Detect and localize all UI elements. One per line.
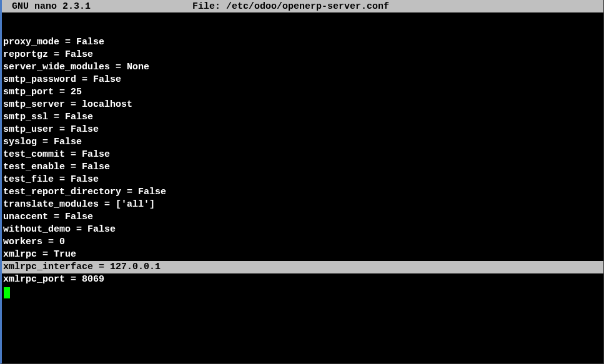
cursor-line	[2, 286, 603, 298]
editor-content[interactable]: proxy_mode = Falsereportgz = Falseserver…	[2, 12, 603, 298]
editor-line: smtp_port = 25	[2, 86, 603, 99]
editor-line: test_commit = False	[2, 149, 603, 161]
editor-line: reportgz = False	[2, 49, 603, 61]
editor-line: smtp_server = localhost	[2, 99, 603, 111]
editor-line: test_enable = False	[2, 161, 603, 174]
editor-line: xmlrpc = True	[2, 248, 603, 261]
editor-line: workers = 0	[2, 236, 603, 248]
editor-line: proxy_mode = False	[2, 36, 603, 49]
title-bar: GNU nano 2.3.1 File: /etc/odoo/openerp-s…	[2, 0, 603, 12]
file-label: File: /etc/odoo/openerp-server.conf	[91, 1, 491, 12]
editor-line: smtp_ssl = False	[2, 111, 603, 124]
cursor	[4, 287, 10, 298]
app-name: GNU nano 2.3.1	[2, 1, 91, 12]
editor-line: smtp_user = False	[2, 124, 603, 136]
editor-line: translate_modules = ['all']	[2, 199, 603, 211]
editor-line: xmlrpc_interface = 127.0.0.1	[2, 261, 603, 273]
editor-line: unaccent = False	[2, 211, 603, 224]
editor-line: smtp_password = False	[2, 74, 603, 86]
editor-line: syslog = False	[2, 136, 603, 149]
editor-line: without_demo = False	[2, 224, 603, 236]
editor-line: server_wide_modules = None	[2, 61, 603, 74]
editor-line: test_report_directory = False	[2, 186, 603, 199]
editor-line: xmlrpc_port = 8069	[2, 273, 603, 286]
editor-line: test_file = False	[2, 174, 603, 186]
